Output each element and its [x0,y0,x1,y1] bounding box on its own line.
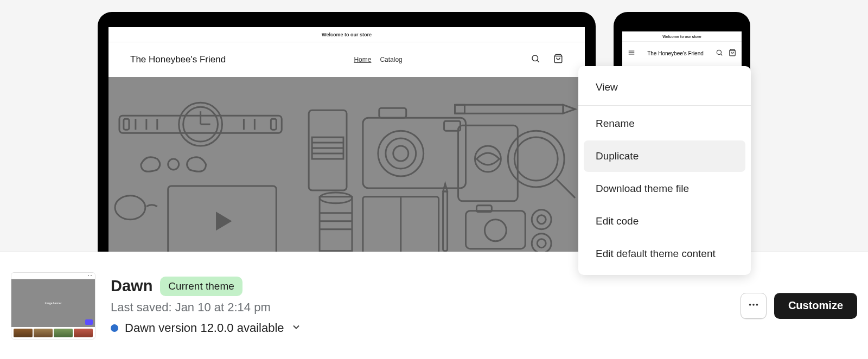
nav-catalog[interactable]: Catalog [380,56,402,63]
svg-point-50 [537,215,546,224]
svg-rect-36 [443,191,448,251]
svg-point-49 [532,210,551,229]
preview-area: Welcome to our store The Honeybee's Frie… [0,0,868,252]
svg-rect-40 [455,105,465,113]
svg-point-42 [475,146,501,172]
cart-icon[interactable] [729,49,736,59]
mobile-store-name: The Honeybee's Friend [635,50,716,57]
hero-line-art [108,77,585,252]
theme-actions: Customize [741,293,857,319]
announcement-bar: Welcome to our store [108,27,585,42]
more-icon [748,299,760,312]
svg-point-16 [115,196,145,220]
svg-rect-38 [455,105,564,113]
svg-point-33 [320,193,352,203]
svg-point-52 [537,239,546,248]
theme-info: Dawn Current theme Last saved: Jan 10 at… [111,277,302,335]
store-nav: Home Catalog [354,56,402,63]
mobile-announcement-bar: Welcome to our store [622,31,742,41]
store-name: The Honeybee's Friend [130,54,226,65]
more-actions-button[interactable] [741,293,767,319]
nav-home[interactable]: Home [354,56,371,63]
thumbnail-hero: Image banner [11,279,95,327]
svg-rect-8 [124,119,129,130]
svg-point-56 [717,50,721,54]
menu-download-theme-file[interactable]: Download theme file [584,173,745,204]
svg-point-51 [532,234,551,252]
current-theme-badge: Current theme [160,277,242,296]
search-icon[interactable] [531,54,540,66]
thumbnail-label: Image banner [45,302,62,305]
menu-view[interactable]: View [584,72,745,103]
store-icons [531,54,563,66]
svg-point-59 [749,304,751,306]
desktop-preview-frame: Welcome to our store The Honeybee's Frie… [98,12,596,252]
store-header: The Honeybee's Friend Home Catalog [108,42,585,77]
svg-point-21 [386,138,416,169]
menu-divider [578,105,751,106]
update-available-row[interactable]: Dawn version 12.0.0 available [111,321,302,335]
svg-point-44 [514,137,558,181]
svg-rect-25 [309,110,347,190]
menu-rename[interactable]: Rename [584,108,745,139]
mobile-header: The Honeybee's Friend [622,41,742,65]
menu-edit-code[interactable]: Edit code [584,206,745,237]
svg-point-60 [752,304,755,306]
chevron-down-icon [291,322,302,335]
update-indicator-dot [111,324,118,332]
svg-rect-23 [379,108,406,118]
svg-line-1 [537,60,539,62]
theme-thumbnail[interactable]: Image banner [11,272,95,339]
menu-duplicate[interactable]: Duplicate [584,140,745,172]
desktop-preview-screen: Welcome to our store The Honeybee's Frie… [108,27,585,252]
svg-point-0 [532,55,538,61]
thumbnail-badge [85,319,93,325]
svg-marker-39 [563,105,575,113]
svg-point-22 [393,146,409,161]
svg-marker-18 [217,213,231,229]
theme-name: Dawn [111,277,152,295]
last-saved-text: Last saved: Jan 10 at 2:14 pm [111,300,302,315]
svg-point-61 [756,304,758,306]
theme-actions-menu: View Rename Duplicate Download theme fil… [578,66,751,275]
svg-rect-46 [466,211,526,249]
update-available-text: Dawn version 12.0.0 available [125,321,284,335]
hero-banner [108,77,585,252]
svg-rect-9 [271,119,276,130]
svg-line-57 [720,54,722,55]
customize-button[interactable]: Customize [774,293,857,319]
svg-line-45 [556,178,575,198]
svg-point-15 [168,159,179,170]
cart-icon[interactable] [553,54,563,66]
menu-edit-default-theme-content[interactable]: Edit default theme content [584,238,745,270]
search-icon[interactable] [716,49,723,59]
hamburger-icon[interactable] [628,49,635,59]
svg-point-47 [484,220,506,241]
